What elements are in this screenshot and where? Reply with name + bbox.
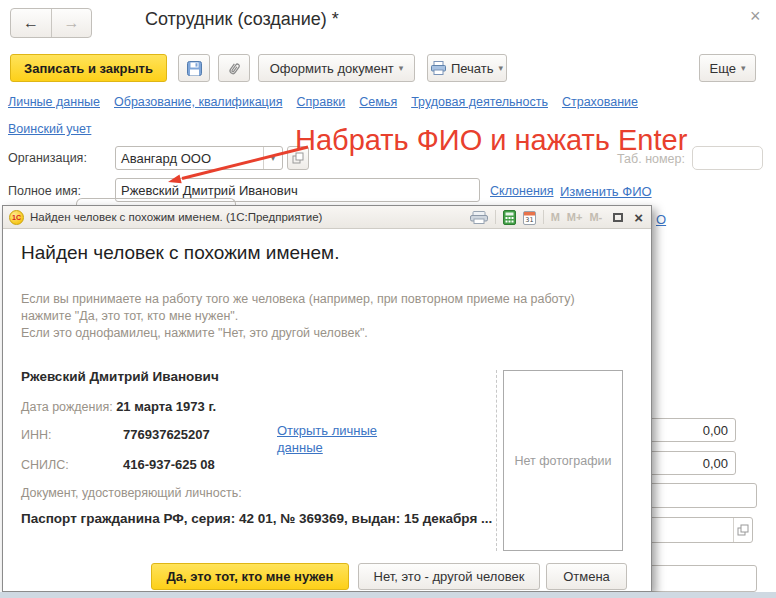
chevron-down-icon: ▾ bbox=[741, 64, 746, 73]
issue-document-button[interactable]: Оформить документ ▾ bbox=[258, 54, 415, 82]
open-link-icon bbox=[737, 524, 749, 536]
dialog-close-button[interactable]: × bbox=[634, 210, 643, 225]
tab-military-record[interactable]: Воинский учет bbox=[8, 122, 91, 136]
open-personal-data-link[interactable]: Открыть личные данные bbox=[277, 422, 392, 456]
window-close-button[interactable]: × bbox=[750, 6, 761, 27]
window-bottom-edge bbox=[0, 592, 776, 598]
snils-label: СНИЛС: bbox=[21, 458, 69, 472]
inn-label: ИНН: bbox=[21, 428, 52, 442]
memory-m-button: M bbox=[551, 211, 560, 223]
birth-date-row: Дата рождения: 21 марта 1973 г. bbox=[21, 399, 216, 414]
memory-mplus-button: M+ bbox=[567, 211, 583, 223]
dialog-maximize-button[interactable] bbox=[613, 213, 623, 222]
page-title: Сотрудник (создание) * bbox=[145, 9, 339, 30]
paperclip-icon bbox=[224, 58, 245, 79]
dialog-description: Если вы принимаете на работу того же чел… bbox=[21, 291, 629, 342]
tab-family[interactable]: Семья bbox=[359, 95, 397, 109]
birth-date-value: 21 марта 1973 г. bbox=[116, 399, 216, 414]
photo-separator bbox=[496, 370, 497, 551]
hidden-link-fragment[interactable]: О bbox=[656, 212, 666, 227]
employee-window: ← → Сотрудник (создание) * × Записать и … bbox=[0, 0, 776, 598]
no-button[interactable]: Нет, это - другой человек bbox=[358, 563, 540, 590]
full-name-label: Полное имя: bbox=[8, 184, 81, 198]
section-tabs: Личные данные Образование, квалификация … bbox=[8, 95, 638, 109]
save-button[interactable] bbox=[178, 54, 210, 82]
dialog-titlebar[interactable]: 1С Найден человек с похожим именем. (1С:… bbox=[3, 206, 651, 229]
background-open-button[interactable] bbox=[733, 518, 752, 542]
person-full-name: Ржевский Дмитрий Иванович bbox=[21, 369, 219, 384]
floppy-icon bbox=[187, 61, 202, 76]
save-and-close-button[interactable]: Записать и закрыть bbox=[10, 54, 167, 82]
declensions-link[interactable]: Склонения bbox=[490, 184, 554, 198]
change-name-link[interactable]: Изменить ФИО bbox=[560, 184, 652, 199]
close-icon: × bbox=[634, 209, 643, 226]
tab-personal-data[interactable]: Личные данные bbox=[8, 95, 100, 109]
calculator-icon[interactable] bbox=[503, 210, 516, 225]
dialog-title: Найден человек с похожим именем. (1С:Пре… bbox=[30, 211, 322, 223]
chevron-down-icon: ▾ bbox=[399, 64, 404, 73]
annotation-arrow bbox=[150, 138, 330, 198]
forward-button[interactable]: → bbox=[51, 9, 91, 37]
calendar-icon[interactable]: 31 bbox=[523, 210, 536, 225]
tab-number-input[interactable] bbox=[692, 146, 763, 170]
tab-insurance[interactable]: Страхование bbox=[562, 95, 638, 109]
back-button[interactable]: ← bbox=[11, 9, 51, 37]
inn-value: 776937625207 bbox=[123, 427, 210, 442]
identity-document-value: Паспорт гражданина РФ, серия: 42 01, № 3… bbox=[21, 511, 492, 526]
more-button[interactable]: Еще ▾ bbox=[699, 54, 756, 82]
1c-logo-icon: 1С bbox=[9, 210, 24, 225]
memory-mminus-button: M- bbox=[589, 211, 602, 223]
identity-document-label: Документ, удостоверяющий личность: bbox=[21, 486, 242, 500]
organization-label: Организация: bbox=[8, 151, 87, 165]
save-data-icon[interactable] bbox=[470, 211, 488, 224]
snils-value: 416-937-625 08 bbox=[123, 457, 215, 472]
tab-work-activity[interactable]: Трудовая деятельность bbox=[411, 95, 548, 109]
close-icon: × bbox=[750, 6, 761, 26]
back-icon: ← bbox=[23, 14, 39, 32]
forward-icon: → bbox=[64, 14, 80, 32]
birth-date-label: Дата рождения: bbox=[21, 400, 113, 414]
photo-placeholder: Нет фотографии bbox=[503, 370, 623, 551]
history-nav: ← → bbox=[10, 8, 92, 38]
no-photo-label: Нет фотографии bbox=[515, 454, 612, 468]
titlebar-separator bbox=[543, 210, 544, 224]
dialog-heading: Найден человек с похожим именем. bbox=[21, 242, 339, 264]
printer-icon bbox=[431, 61, 446, 75]
cancel-button[interactable]: Отмена bbox=[546, 563, 627, 590]
print-button[interactable]: Печать ▾ bbox=[427, 54, 507, 82]
tab-certificates[interactable]: Справки bbox=[297, 95, 346, 109]
titlebar-separator bbox=[495, 210, 496, 224]
svg-text:31: 31 bbox=[525, 216, 533, 224]
similar-person-dialog: 1С Найден человек с похожим именем. (1С:… bbox=[2, 205, 652, 592]
annotation-text: Набрать ФИО и нажать Enter bbox=[295, 124, 687, 157]
chevron-down-icon: ▾ bbox=[499, 64, 504, 73]
tab-education[interactable]: Образование, квалификация bbox=[114, 95, 283, 109]
attach-button[interactable] bbox=[218, 54, 250, 82]
yes-button[interactable]: Да, это тот, кто мне нужен bbox=[151, 563, 349, 590]
